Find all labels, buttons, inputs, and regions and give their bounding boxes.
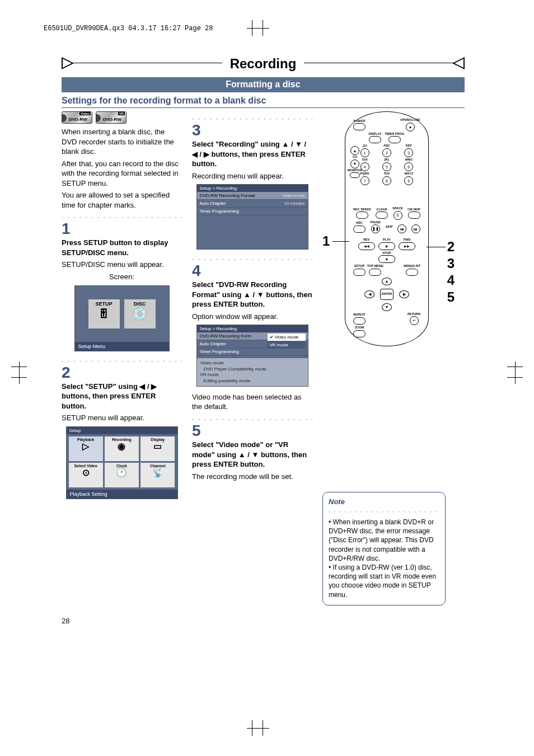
num-8-button: 8 (382, 176, 391, 185)
return-button: ↩ (410, 316, 419, 325)
setup-button (353, 269, 366, 276)
callout-3: 3 (447, 256, 455, 271)
clock-icon: 🕐 (116, 468, 127, 477)
menu-row-timer-prog: Timer Programming (197, 208, 308, 215)
option-vr-mode: VR mode (268, 341, 306, 349)
note-box: Note · · · · · · · · · · · · · · · · · ·… (322, 492, 446, 605)
crop-mark-bottom (252, 720, 263, 736)
skip-fwd-button: ⏭ (411, 224, 420, 233)
screen-label: Screen: (62, 272, 182, 282)
ch-up-button: ▲ (350, 146, 359, 155)
tile-recording: Recording◉ (105, 436, 139, 461)
option-video-mode: Video mode (268, 334, 306, 341)
num-2-button: 2 (382, 148, 391, 157)
step-2-head: Select "SETUP" using ◀ / ▶ buttons, then… (62, 382, 182, 411)
num-0-button: 0 (394, 211, 402, 220)
crop-mark-top (252, 20, 263, 36)
record-icon: ◉ (118, 442, 125, 451)
step-3-head: Select "Recording" using ▲ / ▼ / ◀ / ▶ b… (192, 139, 312, 169)
num-9-button: 9 (404, 176, 413, 185)
step-1-head: Press SETUP button to display SETUP/DISC… (62, 238, 182, 257)
menu-row-auto-chapter: Auto Chapter10 minutes (197, 200, 308, 208)
intro-text: After that, you can record to the disc w… (62, 159, 182, 189)
step-number: 2 (62, 365, 182, 381)
play-icon: ▷ (82, 442, 89, 451)
note-title: Note (329, 497, 439, 507)
disc-tile: DISC 💿 (124, 299, 156, 328)
banner-arrow-right-icon (452, 57, 465, 69)
screen-format-options: Setup > Recording DVD-RW Recording Form … (196, 325, 308, 387)
zoom-button (353, 330, 366, 337)
tile-playback: Playback▷ (69, 436, 103, 461)
num-5-button: 5 (382, 162, 391, 171)
step-5-head: Select "Video mode" or "VR mode" using ▲… (192, 440, 312, 469)
crop-mark-left (11, 367, 27, 378)
rec-speed-button (356, 212, 368, 219)
divider-dots: · · · · · · · · · · · · · · · · · · · · … (62, 213, 182, 221)
step-number: 5 (192, 423, 312, 439)
ch-down-button: ▼ (350, 159, 359, 168)
dvd-rw-vr-badge: DVD-RW VR (96, 111, 127, 124)
callout-2: 2 (447, 239, 455, 255)
screen-setup-grid: Setup Playback▷ Recording◉ Display▭ Sele… (66, 426, 178, 499)
note-item: If using a DVD-RW (ver 1.0) disc, record… (329, 563, 439, 599)
video-icon: ⊙ (82, 468, 90, 477)
step-number: 1 (62, 221, 182, 237)
divider-dots: · · · · · · · · · · · · · · · · · · · · … (192, 415, 312, 423)
screen-header: Setup (67, 427, 177, 434)
play-button: ▶ (378, 242, 395, 250)
step-3-body: Recording menu will appear. (192, 171, 312, 181)
arrow-up-button: ▲ (382, 278, 392, 285)
remote-control-diagram: POWER OPEN/CLOSE▲ DISPLAY TIMER PROG. .@… (322, 111, 451, 352)
subtitle-bar: Formatting a disc (62, 77, 465, 92)
option-popup: Video mode VR mode (268, 334, 306, 349)
step-4-tail: Video mode has been selected as the defa… (192, 392, 312, 412)
divider-dots: · · · · · · · · · · · · · · · · · · · · … (192, 115, 312, 123)
display-button (369, 136, 381, 143)
tile-clock: Clock🕐 (105, 463, 139, 487)
option-description: Video mode DVD Player Compatibility mode… (197, 358, 308, 386)
page-number: 28 (62, 617, 465, 625)
callout-5: 5 (447, 289, 455, 305)
skip-back-button: ⏮ (397, 224, 406, 233)
fwd-button: ▶▶ (399, 242, 415, 250)
tile-select-video: Select Video⊙ (69, 463, 103, 487)
arrow-right-button: ▶ (399, 290, 409, 298)
display-icon: ▭ (153, 442, 162, 451)
file-meta: E6501UD_DVR90DEA.qx3 04.3.17 16:27 Page … (44, 25, 213, 32)
timer-prog-button (388, 136, 401, 143)
stop-button: ■ (378, 255, 395, 263)
dvd-rw-video-badge: DVD-RW Video (62, 111, 92, 124)
step-5-body: The recording mode will be set. (192, 472, 312, 482)
divider-dots: · · · · · · · · · · · · · · · · · · · · … (62, 357, 182, 365)
num-3-button: 3 (404, 148, 413, 157)
step-1-body: SETUP/DISC menu will appear. (62, 260, 182, 270)
intro-text: You are allowed to set a specified time … (62, 190, 182, 210)
step-4-body: Option window will appear. (192, 312, 312, 322)
monitor-button (350, 172, 360, 178)
step-number: 3 (192, 123, 312, 138)
repeat-button (353, 317, 366, 325)
callout-line (332, 241, 349, 242)
screen-caption: Playback Setting (67, 490, 177, 499)
rev-button: ◀◀ (358, 242, 375, 250)
note-item: When inserting a blank DVD+R or DVD+RW d… (329, 518, 439, 563)
direction-pad: ▲ ▼ ◀ ▶ ENTER (364, 278, 409, 311)
screen-recording-menu: Setup > Recording DVD-RW Recording Forma… (196, 184, 308, 250)
enter-button: ENTER (380, 289, 394, 300)
open-close-button: ▲ (406, 123, 415, 132)
callout-line (427, 247, 446, 247)
menu-list-button (406, 269, 418, 276)
divider-dots: · · · · · · · · · · · · · · · · · · · · … (192, 255, 312, 263)
num-6-button: 6 (404, 162, 413, 171)
step-2-body: SETUP menu will appear. (62, 413, 182, 423)
screen-header: Setup > Recording (197, 325, 308, 332)
disc-icon: 💿 (132, 308, 147, 320)
crop-mark-right (507, 367, 523, 378)
page-title-banner: Recording (62, 56, 465, 73)
screen-caption: Setup Menu (75, 342, 169, 351)
setup-tile: SETUP 🎚 (88, 299, 120, 328)
screen-header: Setup > Recording (197, 185, 308, 192)
banner-arrow-left-icon (62, 57, 74, 69)
screen-setup-disc: SETUP 🎚 DISC 💿 Setup Menu (74, 285, 170, 351)
